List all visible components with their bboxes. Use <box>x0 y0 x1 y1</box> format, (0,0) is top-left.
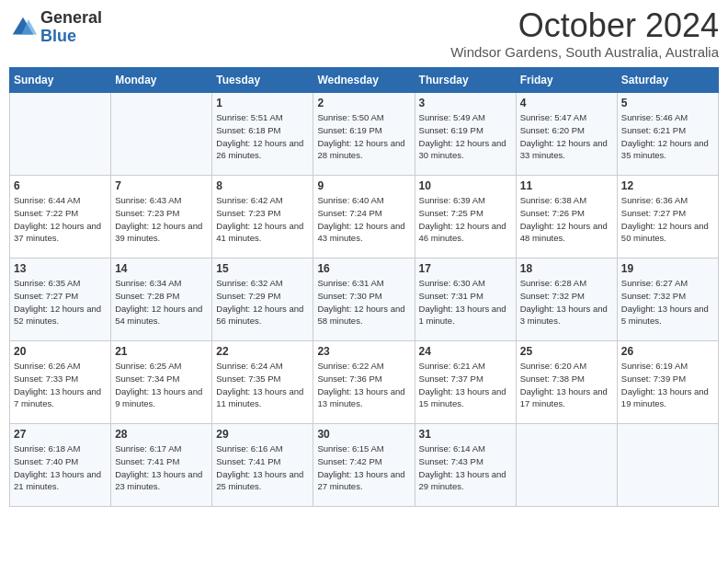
day-number: 17 <box>419 262 512 275</box>
logo-icon <box>9 14 37 41</box>
day-number: 22 <box>216 345 309 358</box>
day-info: Sunrise: 6:24 AMSunset: 7:35 PMDaylight:… <box>216 360 309 410</box>
calendar-cell: 17Sunrise: 6:30 AMSunset: 7:31 PMDayligh… <box>415 259 516 341</box>
day-info: Sunrise: 6:34 AMSunset: 7:28 PMDaylight:… <box>115 277 208 327</box>
day-info: Sunrise: 6:17 AMSunset: 7:41 PMDaylight:… <box>115 442 208 493</box>
month-title: October 2024 <box>450 9 719 42</box>
day-number: 25 <box>520 345 613 358</box>
day-number: 27 <box>14 428 107 441</box>
day-info: Sunrise: 6:32 AMSunset: 7:29 PMDaylight:… <box>216 277 309 327</box>
day-number: 2 <box>317 97 410 109</box>
calendar-cell: 5Sunrise: 5:46 AMSunset: 6:21 PMDaylight… <box>617 93 718 176</box>
weekday-header: Saturday <box>617 68 718 93</box>
calendar-cell <box>516 424 617 507</box>
day-info: Sunrise: 6:16 AMSunset: 7:41 PMDaylight:… <box>216 442 309 493</box>
day-info: Sunrise: 5:46 AMSunset: 6:21 PMDaylight:… <box>621 111 714 162</box>
day-number: 3 <box>419 97 512 109</box>
page-header: General Blue October 2024 Windsor Garden… <box>9 9 719 60</box>
calendar-cell: 9Sunrise: 6:40 AMSunset: 7:24 PMDaylight… <box>313 176 415 259</box>
day-number: 6 <box>14 179 107 192</box>
day-info: Sunrise: 5:50 AMSunset: 6:19 PMDaylight:… <box>317 111 410 162</box>
calendar-cell: 14Sunrise: 6:34 AMSunset: 7:28 PMDayligh… <box>111 259 212 341</box>
calendar-cell: 13Sunrise: 6:35 AMSunset: 7:27 PMDayligh… <box>10 259 111 341</box>
calendar-cell: 22Sunrise: 6:24 AMSunset: 7:35 PMDayligh… <box>212 341 313 424</box>
day-info: Sunrise: 6:19 AMSunset: 7:39 PMDaylight:… <box>621 360 714 410</box>
day-info: Sunrise: 6:14 AMSunset: 7:43 PMDaylight:… <box>419 442 512 493</box>
weekday-header: Wednesday <box>313 68 415 93</box>
calendar-cell <box>617 424 718 507</box>
logo: General Blue <box>9 9 102 46</box>
day-number: 16 <box>317 262 410 275</box>
calendar-week-row: 27Sunrise: 6:18 AMSunset: 7:40 PMDayligh… <box>10 424 719 507</box>
day-info: Sunrise: 6:20 AMSunset: 7:38 PMDaylight:… <box>520 360 613 410</box>
day-info: Sunrise: 6:38 AMSunset: 7:26 PMDaylight:… <box>520 194 613 245</box>
day-info: Sunrise: 6:18 AMSunset: 7:40 PMDaylight:… <box>14 442 107 493</box>
title-block: October 2024 Windsor Gardens, South Aust… <box>450 9 719 60</box>
day-info: Sunrise: 6:21 AMSunset: 7:37 PMDaylight:… <box>419 360 512 410</box>
day-number: 24 <box>419 345 512 358</box>
day-number: 18 <box>520 262 613 275</box>
day-number: 19 <box>621 262 714 275</box>
calendar-cell: 23Sunrise: 6:22 AMSunset: 7:36 PMDayligh… <box>313 341 415 424</box>
day-number: 4 <box>520 97 613 109</box>
weekday-row: SundayMondayTuesdayWednesdayThursdayFrid… <box>10 68 719 93</box>
day-info: Sunrise: 6:36 AMSunset: 7:27 PMDaylight:… <box>621 194 714 245</box>
weekday-header: Friday <box>516 68 617 93</box>
day-info: Sunrise: 6:28 AMSunset: 7:32 PMDaylight:… <box>520 277 613 327</box>
day-info: Sunrise: 5:49 AMSunset: 6:19 PMDaylight:… <box>419 111 512 162</box>
day-number: 14 <box>115 262 208 275</box>
day-number: 8 <box>216 179 309 192</box>
calendar-cell: 8Sunrise: 6:42 AMSunset: 7:23 PMDaylight… <box>212 176 313 259</box>
day-number: 26 <box>621 345 714 358</box>
day-info: Sunrise: 6:35 AMSunset: 7:27 PMDaylight:… <box>14 277 107 327</box>
calendar-cell: 21Sunrise: 6:25 AMSunset: 7:34 PMDayligh… <box>111 341 212 424</box>
calendar-cell: 11Sunrise: 6:38 AMSunset: 7:26 PMDayligh… <box>516 176 617 259</box>
calendar-cell: 4Sunrise: 5:47 AMSunset: 6:20 PMDaylight… <box>516 93 617 176</box>
weekday-header: Tuesday <box>212 68 313 93</box>
calendar-header: SundayMondayTuesdayWednesdayThursdayFrid… <box>10 68 719 93</box>
day-number: 13 <box>14 262 107 275</box>
day-number: 28 <box>115 428 208 441</box>
calendar-cell: 15Sunrise: 6:32 AMSunset: 7:29 PMDayligh… <box>212 259 313 341</box>
calendar-cell: 7Sunrise: 6:43 AMSunset: 7:23 PMDaylight… <box>111 176 212 259</box>
day-number: 29 <box>216 428 309 441</box>
calendar-week-row: 13Sunrise: 6:35 AMSunset: 7:27 PMDayligh… <box>10 259 719 341</box>
weekday-header: Monday <box>111 68 212 93</box>
calendar-week-row: 20Sunrise: 6:26 AMSunset: 7:33 PMDayligh… <box>10 341 719 424</box>
calendar-cell: 12Sunrise: 6:36 AMSunset: 7:27 PMDayligh… <box>617 176 718 259</box>
day-number: 15 <box>216 262 309 275</box>
day-number: 20 <box>14 345 107 358</box>
calendar-cell: 19Sunrise: 6:27 AMSunset: 7:32 PMDayligh… <box>617 259 718 341</box>
day-number: 12 <box>621 179 714 192</box>
day-info: Sunrise: 6:42 AMSunset: 7:23 PMDaylight:… <box>216 194 309 245</box>
calendar-cell: 16Sunrise: 6:31 AMSunset: 7:30 PMDayligh… <box>313 259 415 341</box>
day-number: 1 <box>216 97 309 109</box>
calendar-cell: 10Sunrise: 6:39 AMSunset: 7:25 PMDayligh… <box>415 176 516 259</box>
day-info: Sunrise: 6:22 AMSunset: 7:36 PMDaylight:… <box>317 360 410 410</box>
day-info: Sunrise: 6:40 AMSunset: 7:24 PMDaylight:… <box>317 194 410 245</box>
day-number: 7 <box>115 179 208 192</box>
day-info: Sunrise: 6:25 AMSunset: 7:34 PMDaylight:… <box>115 360 208 410</box>
calendar-cell: 25Sunrise: 6:20 AMSunset: 7:38 PMDayligh… <box>516 341 617 424</box>
day-info: Sunrise: 6:43 AMSunset: 7:23 PMDaylight:… <box>115 194 208 245</box>
day-number: 31 <box>419 428 512 441</box>
day-number: 11 <box>520 179 613 192</box>
day-info: Sunrise: 6:44 AMSunset: 7:22 PMDaylight:… <box>14 194 107 245</box>
calendar-cell: 27Sunrise: 6:18 AMSunset: 7:40 PMDayligh… <box>10 424 111 507</box>
day-info: Sunrise: 6:39 AMSunset: 7:25 PMDaylight:… <box>419 194 512 245</box>
day-info: Sunrise: 6:26 AMSunset: 7:33 PMDaylight:… <box>14 360 107 410</box>
calendar-cell: 30Sunrise: 6:15 AMSunset: 7:42 PMDayligh… <box>313 424 415 507</box>
day-number: 10 <box>419 179 512 192</box>
calendar-table: SundayMondayTuesdayWednesdayThursdayFrid… <box>9 67 719 507</box>
location-title: Windsor Gardens, South Australia, Austra… <box>450 44 719 60</box>
calendar-cell: 2Sunrise: 5:50 AMSunset: 6:19 PMDaylight… <box>313 93 415 176</box>
calendar-body: 1Sunrise: 5:51 AMSunset: 6:18 PMDaylight… <box>10 93 719 507</box>
logo-general-text: General <box>40 8 102 27</box>
calendar-cell: 31Sunrise: 6:14 AMSunset: 7:43 PMDayligh… <box>415 424 516 507</box>
logo-blue-text: Blue <box>40 27 76 45</box>
day-number: 21 <box>115 345 208 358</box>
calendar-cell: 26Sunrise: 6:19 AMSunset: 7:39 PMDayligh… <box>617 341 718 424</box>
day-number: 5 <box>621 97 714 109</box>
weekday-header: Thursday <box>415 68 516 93</box>
day-info: Sunrise: 5:47 AMSunset: 6:20 PMDaylight:… <box>520 111 613 162</box>
